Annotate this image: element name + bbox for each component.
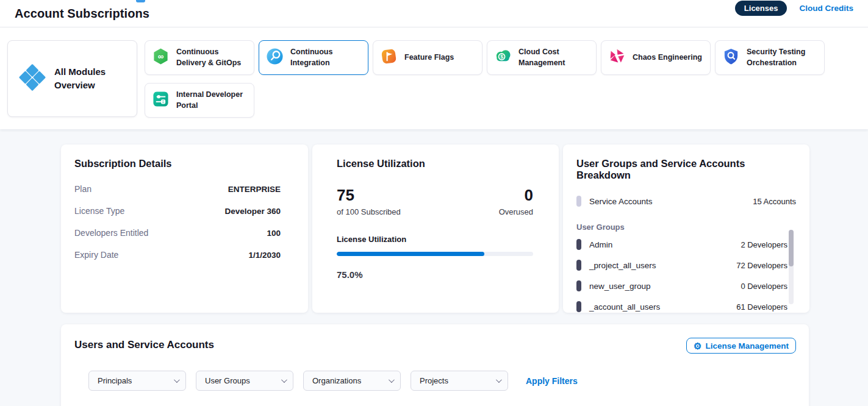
used-caption: of 100 Subscribed <box>337 207 401 216</box>
summary-cards-row: Subscription Details Plan ENTERPRISE Lic… <box>61 144 868 313</box>
progress-bar-label: License Utilization <box>337 235 533 244</box>
subscription-details-rows: Plan ENTERPRISE License Type Developer 3… <box>74 184 281 260</box>
all-modules-overview-label: All Modules Overview <box>54 65 110 92</box>
page-header: Account Subscriptions Licenses Cloud Cre… <box>0 0 868 27</box>
user-groups-list: Admin 2 Developers _project_all_users 72… <box>576 239 787 312</box>
module-tile-label: Feature Flags <box>404 52 454 63</box>
overused-count-block: 0 Overused <box>499 187 533 216</box>
module-tile-security-testing[interactable]: Security Testing Orchestration <box>715 40 825 75</box>
ci-icon <box>266 48 284 68</box>
detail-row-plan: Plan ENTERPRISE <box>74 184 281 194</box>
group-marker <box>576 239 581 250</box>
module-tile-label: Security Testing Orchestration <box>747 47 817 68</box>
used-count-block: 75 of 100 Subscribed <box>337 187 401 216</box>
svg-text:$: $ <box>500 54 503 60</box>
user-groups-dropdown[interactable]: User Groups <box>196 371 293 391</box>
cloud-cost-icon: $ <box>494 48 512 68</box>
dropdown-label: Organizations <box>312 376 361 385</box>
idp-icon <box>152 90 170 110</box>
dropdown-label: Principals <box>98 376 132 385</box>
chevron-down-icon <box>281 377 287 383</box>
users-service-accounts-card: Users and Service Accounts ⚙ License Man… <box>61 324 809 406</box>
module-tile-chaos-engineering[interactable]: Chaos Engineering <box>601 40 711 75</box>
module-tile-feature-flags[interactable]: Feature Flags <box>373 40 482 75</box>
module-tile-idp[interactable]: Internal Developer Portal <box>145 83 254 118</box>
user-group-row: Admin 2 Developers <box>576 239 787 250</box>
dropdown-label: Projects <box>420 376 448 385</box>
all-modules-overview-card[interactable]: All Modules Overview <box>7 40 137 117</box>
filters-row: Principals User Groups Organizations Pro… <box>88 371 795 391</box>
subscription-details-title: Subscription Details <box>74 158 281 169</box>
module-tile-label: Chaos Engineering <box>633 52 702 63</box>
content-area: Subscription Details Plan ENTERPRISE Lic… <box>0 129 868 406</box>
subscription-details-card: Subscription Details Plan ENTERPRISE Lic… <box>61 144 308 313</box>
all-modules-icon <box>18 63 46 94</box>
apply-filters-link[interactable]: Apply Filters <box>526 376 578 386</box>
group-marker <box>576 260 581 271</box>
license-counts: 75 of 100 Subscribed 0 Overused <box>337 187 533 216</box>
chaos-icon <box>608 48 626 68</box>
header-tabs: Licenses Cloud Credits <box>735 1 853 16</box>
svg-text:∞: ∞ <box>158 52 164 61</box>
module-tile-cloud-cost[interactable]: $ Cloud Cost Management <box>487 40 597 75</box>
group-name: new_user_group <box>589 282 651 291</box>
detail-label: Expiry Date <box>74 250 118 260</box>
chevron-down-icon <box>389 377 395 383</box>
breakdown-card: User Groups and Service Accounts Breakdo… <box>563 144 809 313</box>
user-group-row: _project_all_users 72 Developers <box>576 260 787 271</box>
chevron-down-icon <box>174 377 180 383</box>
service-accounts-row: Service Accounts 15 Accounts <box>576 196 796 207</box>
tab-cloud-credits[interactable]: Cloud Credits <box>799 4 853 13</box>
detail-label: Plan <box>74 184 91 194</box>
group-count: 61 Developers <box>736 302 787 312</box>
service-accounts-label: Service Accounts <box>589 197 653 206</box>
detail-row-expiry-date: Expiry Date 1/1/2030 <box>74 250 281 260</box>
user-group-row: new_user_group 0 Developers <box>576 280 787 291</box>
cd-gitops-icon: ∞ <box>152 48 170 68</box>
modules-band: All Modules Overview ∞ Continuous Delive… <box>0 27 868 129</box>
license-management-label: License Management <box>705 341 789 351</box>
organizations-dropdown[interactable]: Organizations <box>303 371 401 391</box>
license-utilization-title: License Utilization <box>337 158 533 169</box>
detail-label: Developers Entitled <box>74 228 148 238</box>
scrollbar-track[interactable] <box>789 230 794 304</box>
used-count: 75 <box>337 187 401 204</box>
detail-value: 100 <box>267 229 281 238</box>
service-accounts-marker <box>576 196 581 207</box>
page-title: Account Subscriptions <box>15 7 149 21</box>
module-tiles: ∞ Continuous Delivery & GitOps Continuou… <box>145 40 825 129</box>
detail-row-developers-entitled: Developers Entitled 100 <box>74 228 281 238</box>
group-count: 72 Developers <box>736 261 787 270</box>
license-progress-fill <box>337 252 484 256</box>
utilization-percent: 75.0% <box>337 269 533 280</box>
module-tile-label: Continuous Delivery & GitOps <box>176 47 247 68</box>
user-group-row: _account_all_users 61 Developers <box>576 301 787 312</box>
scrollbar-thumb[interactable] <box>789 230 794 266</box>
group-marker <box>576 280 581 291</box>
clipped-nav-indicator <box>136 0 145 2</box>
group-name: _project_all_users <box>589 261 656 270</box>
breakdown-title: User Groups and Service Accounts Breakdo… <box>576 158 796 181</box>
gear-icon: ⚙ <box>694 341 701 351</box>
detail-label: License Type <box>74 206 124 216</box>
module-tile-cd-gitops[interactable]: ∞ Continuous Delivery & GitOps <box>145 40 254 75</box>
chevron-down-icon <box>496 377 502 383</box>
module-tile-label: Cloud Cost Management <box>518 47 589 68</box>
detail-row-license-type: License Type Developer 360 <box>74 206 281 216</box>
tab-licenses[interactable]: Licenses <box>735 1 787 16</box>
detail-value: 1/1/2030 <box>248 251 281 260</box>
user-groups-heading: User Groups <box>576 223 796 232</box>
module-tile-label: Internal Developer Portal <box>176 90 247 111</box>
service-accounts-value: 15 Accounts <box>753 197 796 206</box>
module-tile-continuous-integration[interactable]: Continuous Integration <box>259 40 368 75</box>
module-tile-label: Continuous Integration <box>290 47 361 68</box>
projects-dropdown[interactable]: Projects <box>411 371 508 391</box>
license-management-button[interactable]: ⚙ License Management <box>686 338 796 354</box>
license-progress-track <box>337 252 533 256</box>
feature-flags-icon <box>380 48 398 68</box>
module-tiles-row-2: Internal Developer Portal <box>145 83 825 118</box>
group-count: 0 Developers <box>741 282 787 291</box>
principals-dropdown[interactable]: Principals <box>88 371 186 391</box>
overused-count: 0 <box>499 187 533 204</box>
detail-value: ENTERPRISE <box>228 185 281 194</box>
